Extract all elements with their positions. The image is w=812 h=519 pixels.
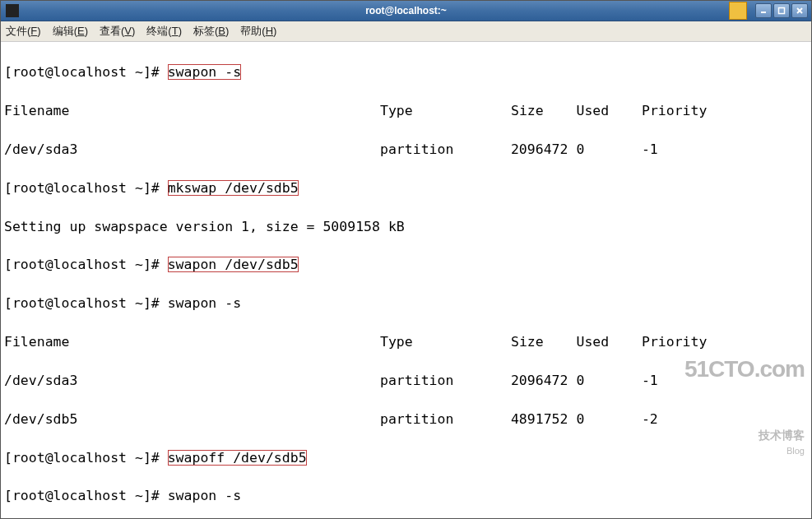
terminal-line: Filename Type Size Used Priority <box>4 332 808 351</box>
terminal-viewport[interactable]: [root@localhost ~]# swapon -s Filename T… <box>1 42 811 518</box>
tabs-icon <box>729 2 747 20</box>
menu-terminal[interactable]: 终端(T) <box>146 24 182 39</box>
swap-name: /dev/sda3 <box>4 373 77 388</box>
terminal-line: /dev/sdb5 partition 4891752 0 -2 <box>4 410 808 429</box>
terminal-line: [root@localhost ~]# swapon -s <box>4 294 808 313</box>
prompt: [root@localhost ~]# <box>4 488 168 503</box>
prompt: [root@localhost ~]# <box>4 180 168 196</box>
svg-rect-1 <box>779 8 785 14</box>
swap-name: /dev/sda3 <box>4 141 77 157</box>
terminal-app-icon <box>6 4 19 17</box>
swap-prio: -1 <box>642 141 658 157</box>
menu-tabs[interactable]: 标签(B) <box>193 24 229 39</box>
menu-file[interactable]: 文件(F) <box>6 24 41 39</box>
col-priority: Priority <box>642 334 707 350</box>
command: swapon -s <box>168 488 241 503</box>
command: swapon -s <box>168 64 241 80</box>
minimize-button[interactable] <box>755 3 772 18</box>
menu-edit[interactable]: 编辑(E) <box>53 24 88 39</box>
terminal-line: Setting up swapspace version 1, size = 5… <box>4 217 808 236</box>
swap-type: partition <box>380 411 453 427</box>
command: swapon /dev/sdb5 <box>168 257 299 272</box>
col-size: Size <box>511 103 544 118</box>
swap-size: 2096472 <box>511 373 568 388</box>
output: Setting up swapspace version 1, size = 5… <box>4 219 405 234</box>
swap-used: 0 <box>576 373 584 388</box>
maximize-button[interactable] <box>773 3 790 18</box>
prompt: [root@localhost ~]# <box>4 64 168 80</box>
swap-used: 0 <box>576 411 584 427</box>
terminal-line: [root@localhost ~]# mkswap /dev/sdb5 <box>4 178 808 197</box>
swap-type: partition <box>380 373 453 388</box>
col-filename: Filename <box>4 103 69 118</box>
terminal-line: Filename Type Size Used Priority <box>4 101 808 120</box>
swap-size: 2096472 <box>511 141 568 157</box>
minimize-icon <box>759 7 768 15</box>
maximize-icon <box>777 7 786 15</box>
title-bar: root@localhost:~ <box>1 1 811 21</box>
terminal-window: root@localhost:~ 文件(F) 编辑(E) 查看(V) 终端(T)… <box>0 0 812 519</box>
col-type: Type <box>380 103 413 118</box>
swap-type: partition <box>380 141 453 157</box>
terminal-line: /dev/sda3 partition 2096472 0 -1 <box>4 140 808 159</box>
terminal-line: [root@localhost ~]# swapon -s <box>4 63 808 81</box>
col-filename: Filename <box>4 334 69 350</box>
command: swapoff /dev/sdb5 <box>168 450 307 466</box>
watermark-sub: 技术博客 <box>759 429 805 442</box>
col-used: Used <box>576 103 609 118</box>
terminal-line: [root@localhost ~]# swapoff /dev/sdb5 <box>4 448 808 467</box>
terminal-line: /dev/sda3 partition 2096472 0 -1 <box>4 371 808 390</box>
swap-prio: -2 <box>642 411 658 427</box>
close-icon <box>796 7 804 15</box>
swap-name: /dev/sdb5 <box>4 411 77 427</box>
prompt: [root@localhost ~]# <box>4 450 168 466</box>
swap-size: 4891752 <box>511 411 568 427</box>
col-priority: Priority <box>642 103 707 118</box>
col-type: Type <box>380 334 413 350</box>
menu-bar: 文件(F) 编辑(E) 查看(V) 终端(T) 标签(B) 帮助(H) <box>1 21 811 42</box>
prompt: [root@localhost ~]# <box>4 257 168 272</box>
command: swapon -s <box>168 295 241 311</box>
command: mkswap /dev/sdb5 <box>168 180 299 196</box>
terminal-line: [root@localhost ~]# swapon -s <box>4 486 808 505</box>
swap-used: 0 <box>576 141 584 157</box>
menu-view[interactable]: 查看(V) <box>100 24 135 39</box>
swap-prio: -1 <box>642 373 658 388</box>
col-size: Size <box>511 334 544 350</box>
prompt: [root@localhost ~]# <box>4 295 168 311</box>
terminal-line: [root@localhost ~]# swapon /dev/sdb5 <box>4 255 808 274</box>
col-used: Used <box>576 334 609 350</box>
close-button[interactable] <box>791 3 808 18</box>
menu-help[interactable]: 帮助(H) <box>240 24 276 39</box>
window-title: root@localhost:~ <box>365 5 447 16</box>
